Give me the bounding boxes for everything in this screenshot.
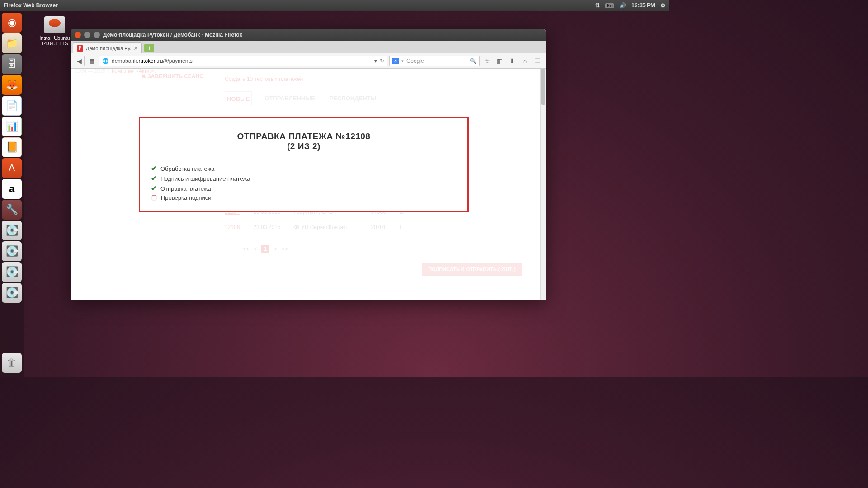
bookmark-icon[interactable]: ☆: [481, 56, 492, 66]
modal-title-line1: ОТПРАВКА ПЛАТЕЖА №12108: [151, 131, 457, 141]
url-bar[interactable]: 🌐 demobank.rutoken.ru/#/payments ▾ ↻: [99, 56, 387, 66]
clock[interactable]: 12:35 PM: [632, 2, 655, 9]
checkmark-icon: ✔: [151, 184, 157, 192]
search-icon[interactable]: 🔍: [470, 58, 476, 64]
install-version: 14.04.1 LTS: [34, 41, 75, 46]
install-label: Install Ubuntu: [34, 35, 75, 41]
keyboard-indicator[interactable]: En: [605, 3, 614, 8]
browser-tab[interactable]: P Демо-площадка Ру... ×: [73, 42, 142, 53]
impress-icon[interactable]: 📙: [2, 137, 22, 157]
library-icon[interactable]: ▥: [494, 56, 505, 66]
active-app-title: Firefox Web Browser: [4, 2, 58, 9]
sound-icon[interactable]: 🔊: [619, 2, 626, 9]
page-info-icon[interactable]: ▦: [86, 56, 97, 66]
amazon-icon[interactable]: a: [2, 179, 22, 199]
software-center-icon[interactable]: A: [2, 158, 22, 178]
writer-icon[interactable]: 📄: [2, 96, 22, 116]
minimize-button[interactable]: [84, 32, 90, 38]
modal-title-line2: (2 ИЗ 2): [151, 141, 457, 151]
content-area: ЗАВЕРШИТЬ СЕАНС Создать 10 тестовых плат…: [71, 69, 546, 300]
step-item: ✔Обработка платежа: [151, 164, 457, 174]
close-button[interactable]: [75, 32, 81, 38]
spinner-icon: [151, 195, 157, 201]
calc-icon[interactable]: 📊: [2, 117, 22, 136]
settings-icon[interactable]: 🔧: [2, 200, 22, 220]
files-icon[interactable]: 📁: [2, 33, 22, 53]
home-icon[interactable]: ⌂: [519, 56, 530, 66]
tabs-bar: P Демо-площадка Ру... × +: [71, 41, 546, 53]
step-item: ✔Подпись и шифрование платежа: [151, 174, 457, 183]
trash-icon[interactable]: 🗑: [2, 353, 22, 373]
network-icon[interactable]: ⇅: [595, 2, 600, 9]
url-text: demobank.rutoken.ru/#/payments: [112, 58, 372, 64]
navbar: ◀ ▦ 🌐 demobank.rutoken.ru/#/payments ▾ ↻…: [71, 53, 546, 69]
search-placeholder: Google: [406, 58, 424, 64]
tab-close-icon[interactable]: ×: [134, 45, 137, 52]
window-title: Демо-площадка Рутокен / Демобанк - Mozil…: [103, 32, 242, 38]
divider: [151, 158, 457, 158]
menu-icon[interactable]: ☰: [532, 56, 543, 66]
firefox-icon[interactable]: 🦊: [2, 75, 22, 95]
launcher: ◉ 📁 🗄 🦊 📄 📊 📙 A a 🔧 💽 💽 💽 💽 🗑: [0, 11, 24, 377]
modal-steps: ✔Обработка платежа ✔Подпись и шифрование…: [151, 164, 457, 202]
checkmark-icon: ✔: [151, 174, 157, 183]
back-button[interactable]: ◀: [74, 56, 85, 66]
payment-sending-modal: ОТПРАВКА ПЛАТЕЖА №12108 (2 ИЗ 2) ✔Обрабо…: [139, 117, 469, 212]
gear-icon[interactable]: ⚙: [660, 2, 665, 9]
reload-icon[interactable]: ↻: [380, 58, 384, 64]
disk-icon[interactable]: 💽: [2, 262, 22, 282]
disk-icon[interactable]: 💽: [2, 283, 22, 303]
maximize-button[interactable]: [94, 32, 100, 38]
scroll-thumb[interactable]: [541, 69, 545, 105]
top-panel: Firefox Web Browser ⇅ En 🔊 12:35 PM ⚙: [0, 0, 669, 11]
scrollbar[interactable]: [540, 69, 546, 300]
firefox-window: Демо-площадка Рутокен / Демобанк - Mozil…: [71, 29, 546, 300]
favicon: P: [77, 45, 83, 52]
tab-title: Демо-площадка Ру...: [86, 46, 134, 51]
step-item: Проверка подписи: [151, 193, 457, 202]
google-icon: g: [392, 58, 399, 64]
drawer-icon[interactable]: 🗄: [2, 54, 22, 74]
new-tab-button[interactable]: +: [144, 44, 154, 52]
step-item: ✔Отправка платежа: [151, 183, 457, 193]
dropdown-icon[interactable]: ▾: [374, 58, 377, 64]
dash-icon[interactable]: ◉: [2, 13, 22, 33]
globe-icon: 🌐: [102, 58, 109, 64]
install-ubuntu-icon[interactable]: Install Ubuntu 14.04.1 LTS: [34, 16, 75, 46]
titlebar[interactable]: Демо-площадка Рутокен / Демобанк - Mozil…: [71, 29, 546, 41]
search-bar[interactable]: g ▾ Google 🔍: [389, 56, 480, 66]
checkmark-icon: ✔: [151, 164, 157, 173]
dropdown-icon[interactable]: ▾: [401, 59, 404, 63]
disk-icon[interactable]: 💽: [2, 241, 22, 261]
disk-icon[interactable]: 💽: [2, 221, 22, 240]
downloads-icon[interactable]: ⬇: [507, 56, 518, 66]
